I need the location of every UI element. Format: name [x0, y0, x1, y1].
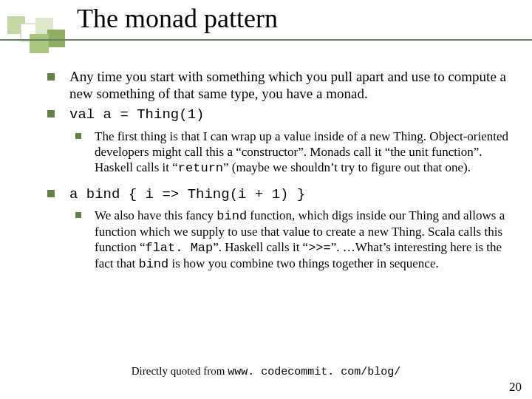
page-number: 20	[509, 380, 522, 395]
footer-url: www. codecommit. com/blog/	[228, 366, 400, 378]
inline-code: bind	[138, 257, 168, 271]
sub-text: ”. Haskell calls it “	[213, 240, 308, 254]
title-underline	[0, 39, 532, 41]
code-line: a bind { i => Thing(i + 1) }	[69, 186, 305, 202]
svg-rect-3	[47, 30, 65, 47]
slide-title: The monad pattern	[77, 3, 278, 34]
square-bullet-icon	[75, 133, 81, 139]
sub-text: ” (maybe we shouldn’t try to figure out …	[223, 160, 471, 174]
inline-code: >>=	[308, 241, 331, 255]
footer-citation: Directly quoted from www. codecommit. co…	[0, 365, 532, 378]
code-line: val a = Thing(1)	[69, 106, 204, 123]
decorative-squares-icon	[7, 16, 65, 55]
inline-code: bind	[216, 209, 247, 223]
slide-body: Any time you start with something which …	[43, 68, 517, 281]
inline-code: flat. Map	[145, 241, 213, 255]
sub-text: is how you combine two things together i…	[168, 256, 438, 270]
square-bullet-icon	[47, 190, 55, 197]
bullet-item: a bind { i => Thing(i + 1) }	[43, 185, 517, 203]
square-bullet-icon	[47, 110, 55, 117]
sub-text: We also have this fancy	[95, 208, 216, 222]
square-bullet-icon	[75, 212, 81, 218]
sub-bullet-item: The first thing is that I can wrap up a …	[69, 129, 517, 176]
footer-text: Directly quoted from	[132, 365, 228, 377]
sub-bullet-item: We also have this fancy bind function, w…	[69, 208, 517, 272]
slide-header: The monad pattern	[0, 0, 532, 50]
inline-code: return	[178, 161, 223, 175]
bullet-item: Any time you start with something which …	[43, 68, 517, 102]
svg-rect-4	[30, 34, 49, 53]
bullet-text: Any time you start with something which …	[69, 69, 506, 101]
bullet-item: val a = Thing(1)	[43, 105, 517, 123]
square-bullet-icon	[47, 73, 55, 81]
